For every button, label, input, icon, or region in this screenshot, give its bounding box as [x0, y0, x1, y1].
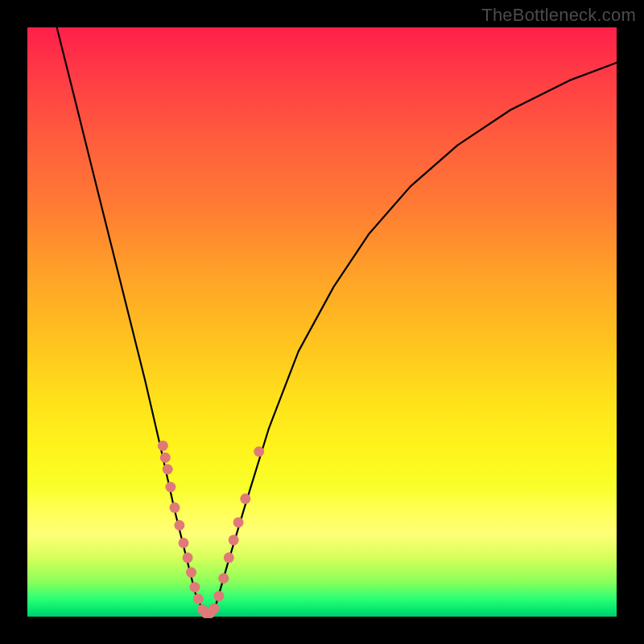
data-point: [213, 591, 224, 601]
data-point: [158, 440, 168, 451]
data-point: [189, 582, 200, 592]
data-point: [186, 568, 196, 578]
chart-stage: TheBottleneck.com: [0, 0, 644, 644]
data-point: [163, 464, 173, 475]
data-points: [158, 440, 264, 618]
data-point: [170, 502, 180, 513]
data-point: [254, 447, 264, 457]
data-point: [160, 452, 171, 463]
data-point: [179, 538, 189, 548]
curve-layer: [27, 27, 617, 617]
data-point: [165, 482, 175, 493]
watermark-text: TheBottleneck.com: [481, 5, 636, 26]
data-point: [233, 517, 244, 527]
bottleneck-curve: [57, 27, 617, 613]
data-point: [240, 493, 250, 504]
plot-area: [27, 27, 617, 617]
data-point: [218, 573, 229, 584]
data-point: [224, 552, 234, 563]
data-point: [174, 520, 184, 530]
data-point: [209, 603, 220, 613]
data-point: [193, 594, 204, 605]
data-point: [229, 535, 239, 545]
data-point: [183, 552, 193, 563]
